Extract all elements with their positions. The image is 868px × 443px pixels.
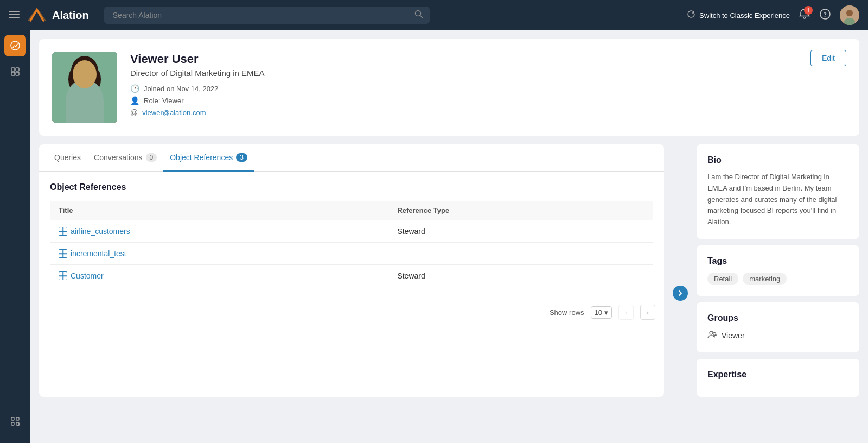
svg-point-25 (92, 69, 101, 89)
ref-link[interactable]: Customer (59, 271, 380, 280)
sidebar-item-catalog[interactable] (4, 61, 26, 83)
switch-classic-label: Switch to Classic Experience (699, 11, 790, 20)
prev-page-button[interactable]: ‹ (618, 305, 634, 320)
profile-info: Viewer User Director of Digital Marketin… (130, 52, 846, 117)
topnav-right-actions: Switch to Classic Experience 1 ? (686, 5, 859, 25)
tab-conversations-label: Conversations (94, 153, 143, 162)
svg-rect-1 (9, 14, 20, 15)
sidebar-item-apps[interactable] (4, 410, 26, 432)
tabs-content: Object References Title Reference Type a… (39, 172, 664, 298)
notifications-button[interactable]: 1 (799, 8, 810, 22)
group-name: Viewer (722, 331, 745, 340)
groups-container: Viewer (707, 330, 848, 341)
groups-title: Groups (707, 313, 848, 323)
group-item: Viewer (707, 330, 848, 341)
table-cell-ref-type: Steward (388, 265, 653, 287)
svg-rect-18 (16, 422, 19, 425)
rows-per-page-value: 10 (595, 308, 602, 317)
rows-per-page-select[interactable]: 10 ▾ (591, 306, 612, 319)
avatar-image (840, 5, 859, 25)
svg-rect-16 (16, 417, 19, 420)
svg-text:?: ? (824, 10, 827, 18)
table-cell-ref-type: Steward (388, 220, 653, 243)
svg-point-24 (68, 69, 77, 89)
tab-queries[interactable]: Queries (48, 144, 87, 172)
next-page-button[interactable]: › (640, 305, 655, 320)
bio-text: I am the Director of Digital Marketing i… (707, 172, 848, 228)
svg-rect-14 (16, 72, 19, 75)
table-row: incremental_test (50, 243, 653, 265)
hamburger-menu-icon[interactable] (9, 10, 20, 21)
profile-email-link[interactable]: viewer@alation.com (142, 109, 206, 117)
svg-rect-0 (9, 11, 20, 12)
content-area: Viewer User Director of Digital Marketin… (30, 30, 868, 443)
svg-rect-11 (11, 68, 15, 71)
switch-classic-button[interactable]: Switch to Classic Experience (686, 9, 790, 21)
table-header-ref-type: Reference Type (388, 201, 653, 220)
profile-joined: 🕐 Joined on Nov 14, 2022 (130, 84, 846, 93)
sidebar-item-analytics[interactable] (4, 35, 26, 56)
svg-rect-13 (11, 72, 15, 75)
svg-rect-15 (11, 417, 14, 420)
help-button[interactable]: ? (819, 8, 831, 23)
profile-role: 👤 Role: Viewer (130, 96, 846, 105)
email-icon: @ (130, 108, 138, 117)
tags-section: Tags Retailmarketing (697, 245, 859, 296)
user-avatar[interactable] (840, 5, 859, 25)
svg-point-31 (87, 78, 91, 81)
object-references-table: Title Reference Type airline_customers S… (50, 201, 653, 287)
edit-button[interactable]: Edit (810, 50, 846, 66)
svg-point-22 (71, 56, 98, 86)
search-input[interactable] (104, 7, 430, 24)
tab-queries-label: Queries (54, 153, 81, 162)
table-icon (59, 249, 67, 258)
svg-rect-17 (11, 422, 14, 425)
table-header-title: Title (50, 201, 388, 220)
tag-item: marketing (743, 273, 787, 285)
tag-item: Retail (707, 273, 738, 285)
bio-title: Bio (707, 155, 848, 165)
svg-point-30 (79, 78, 82, 81)
bio-section: Bio I am the Director of Digital Marketi… (697, 144, 859, 239)
tags-title: Tags (707, 256, 848, 266)
ref-link[interactable]: incremental_test (59, 249, 380, 258)
profile-meta: 🕐 Joined on Nov 14, 2022 👤 Role: Viewer … (130, 84, 846, 117)
table-cell-title: airline_customers (50, 220, 388, 243)
svg-rect-2 (9, 17, 20, 18)
svg-point-23 (74, 68, 95, 92)
profile-email: @ viewer@alation.com (130, 108, 846, 117)
tab-object-references-label: Object References (170, 153, 233, 162)
tabs-panel-wrapper: Queries Conversations 0 Object Reference… (39, 144, 859, 397)
expertise-title: Expertise (707, 370, 848, 379)
chevron-down-icon: ▾ (604, 308, 608, 317)
expertise-section: Expertise (697, 359, 859, 397)
profile-card: Viewer User Director of Digital Marketin… (39, 39, 859, 136)
table-row: airline_customers Steward (50, 220, 653, 243)
tabs-panel-main: Queries Conversations 0 Object Reference… (39, 144, 664, 397)
svg-rect-28 (75, 98, 94, 123)
tab-object-references[interactable]: Object References 3 (163, 144, 254, 172)
clock-icon: 🕐 (130, 84, 139, 93)
app-logo-text: Alation (52, 9, 89, 22)
collapse-panel-button[interactable] (673, 286, 688, 301)
profile-name: Viewer User (130, 52, 846, 66)
svg-rect-27 (66, 98, 104, 123)
show-rows-label: Show rows (550, 308, 584, 317)
top-navigation: Alation Switch to Classic Experience (0, 0, 868, 30)
global-search (104, 7, 430, 24)
table-cell-title: incremental_test (50, 243, 388, 265)
right-panel: Bio I am the Director of Digital Marketi… (697, 144, 859, 397)
tags-container: Retailmarketing (707, 273, 848, 285)
app-logo[interactable]: Alation (26, 8, 89, 23)
tab-conversations-badge: 0 (146, 153, 157, 162)
search-icon (414, 10, 423, 21)
sidebar-bottom (4, 410, 26, 439)
groups-section: Groups Viewer (697, 302, 859, 352)
ref-link[interactable]: airline_customers (59, 227, 380, 236)
svg-line-4 (420, 16, 422, 18)
svg-point-8 (846, 10, 853, 16)
table-icon (59, 227, 67, 236)
tab-conversations[interactable]: Conversations 0 (87, 144, 163, 172)
refresh-icon (686, 9, 696, 21)
tab-object-references-badge: 3 (236, 153, 247, 162)
